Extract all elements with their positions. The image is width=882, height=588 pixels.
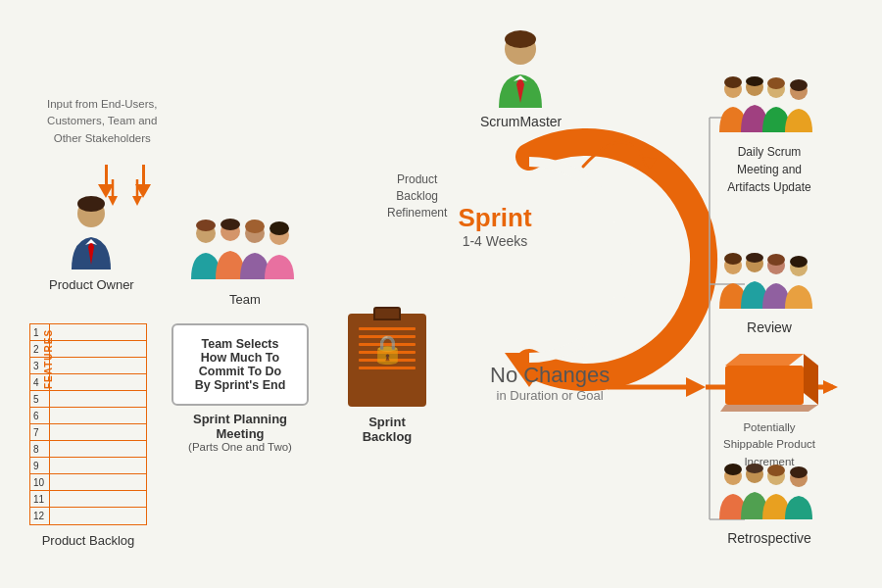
features-label: FEATURES (43, 329, 54, 389)
daily-scrum-label: Daily Scrum Meeting and Artifacts Update (727, 143, 810, 196)
scrummaster-label: ScrumMaster (480, 114, 562, 129)
backlog-row: 11 (30, 491, 146, 508)
svg-point-57 (724, 464, 742, 475)
team-label: Team (229, 292, 261, 307)
retro-container: Retrospective (715, 461, 823, 546)
product-backlog-container: FEATURES 1 2 3 4 5 6 7 8 9 10 11 12 Prod… (29, 323, 147, 548)
svg-marker-7 (686, 377, 706, 397)
svg-point-27 (270, 221, 289, 235)
svg-rect-49 (725, 366, 804, 405)
no-changes-sub: in Duration or Goal (490, 388, 610, 403)
sprint-weeks: 1-4 Weeks (436, 233, 554, 249)
shippable-container: Potentially Shippable Product Increment (715, 348, 823, 470)
refinement-label: Product Backlog Refinement (387, 172, 447, 220)
svg-point-45 (724, 253, 742, 265)
daily-scrum-icon (715, 74, 823, 137)
daily-scrum-container: Daily Scrum Meeting and Artifacts Update (715, 74, 823, 196)
svg-marker-51 (804, 354, 818, 405)
sprint-backlog-label: Sprint Backlog (363, 415, 413, 444)
svg-point-40 (790, 79, 808, 91)
backlog-row: 8 (30, 441, 146, 458)
backlog-row: 6 (30, 408, 146, 424)
backlog-row: 5 (30, 391, 146, 408)
clipboard-clip (373, 307, 401, 320)
sprint-label-area: Sprint 1-4 Weeks (436, 203, 554, 249)
product-owner-icon (62, 196, 121, 270)
backlog-row: 9 (30, 458, 146, 474)
svg-marker-50 (725, 354, 804, 366)
clipboard-icon: 🔒 (348, 314, 426, 407)
product-backlog-label: Product Backlog (29, 533, 147, 548)
svg-point-48 (790, 256, 808, 268)
no-changes-title: No Changes (490, 363, 610, 388)
no-changes-container: No Changes in Duration or Goal (490, 363, 610, 403)
review-label: Review (747, 319, 792, 335)
sprint-planning-container: Team Selects How Much To Commit To Do By… (172, 323, 309, 453)
arrow-down-1 (98, 165, 114, 198)
retro-icon (715, 461, 823, 524)
input-arrows (98, 165, 151, 198)
sprint-planning-box: Team Selects How Much To Commit To Do By… (172, 323, 309, 406)
svg-point-47 (767, 254, 785, 266)
product-owner-label: Product Owner (49, 277, 134, 292)
sprint-planning-sublabel: (Parts One and Two) (188, 441, 292, 453)
scrummaster-container: ScrumMaster (480, 29, 562, 129)
product-owner-container: Product Owner (49, 196, 134, 292)
svg-point-38 (746, 76, 763, 86)
svg-point-25 (220, 219, 240, 230)
retro-label: Retrospective (727, 530, 811, 546)
scrum-diagram: Input from End-Users, Customers, Team an… (0, 0, 882, 588)
svg-point-24 (196, 220, 216, 231)
arrow-down-2 (135, 165, 151, 198)
svg-marker-52 (720, 405, 818, 412)
svg-point-16 (77, 196, 105, 212)
backlog-table: FEATURES 1 2 3 4 5 6 7 8 9 10 11 12 (29, 323, 147, 525)
svg-point-60 (790, 466, 808, 478)
sprint-planning-box-text: Team Selects How Much To Commit To Do By… (195, 337, 286, 392)
svg-marker-14 (823, 380, 838, 394)
sprint-title: Sprint (436, 203, 554, 233)
svg-point-59 (767, 465, 785, 476)
sprint-backlog-container: 🔒 Sprint Backlog (348, 314, 426, 444)
team-container: Team (186, 216, 304, 307)
svg-point-39 (767, 77, 785, 89)
svg-point-29 (505, 30, 536, 48)
input-text: Input from End-Users, Customers, Team an… (47, 96, 157, 147)
svg-point-46 (746, 253, 763, 263)
svg-marker-5 (642, 157, 657, 170)
backlog-row: 10 (30, 474, 146, 491)
svg-point-58 (746, 464, 763, 473)
scrummaster-icon (489, 29, 553, 108)
review-icon (715, 250, 823, 314)
team-icon (186, 216, 304, 284)
svg-point-26 (245, 220, 265, 233)
shippable-product-icon (715, 348, 823, 412)
review-container: Review (715, 250, 823, 335)
backlog-row: 7 (30, 424, 146, 441)
sprint-planning-label: Sprint Planning Meeting (193, 412, 287, 441)
svg-point-37 (724, 76, 742, 88)
backlog-row: 12 (30, 508, 146, 524)
